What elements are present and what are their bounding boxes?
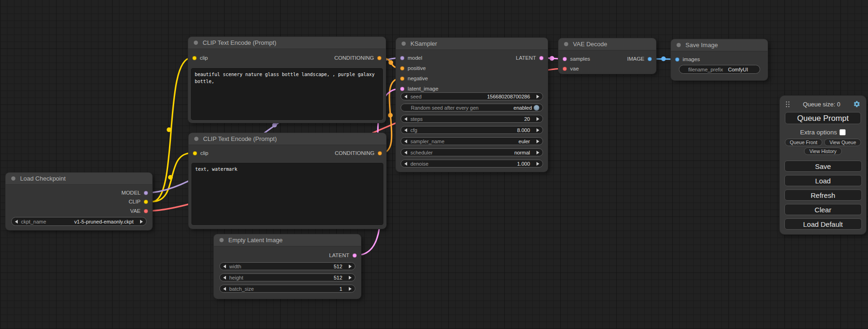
node-title-bar[interactable]: Empty Latent Image	[214, 234, 361, 246]
decrement-arrow-icon[interactable]	[223, 276, 226, 280]
wire-midpoint-dot[interactable]	[272, 123, 277, 127]
node-title-bar[interactable]: Save Image	[671, 39, 768, 51]
model-output-dot[interactable]	[144, 191, 148, 195]
model-input-dot[interactable]	[400, 56, 404, 60]
increment-arrow-icon[interactable]	[536, 151, 539, 154]
load-default-button[interactable]: Load Default	[784, 218, 862, 230]
queue-front-button[interactable]: Queue Front	[785, 139, 823, 146]
positive-prompt-textarea[interactable]: beautiful scenery nature glass bottle la…	[191, 68, 383, 120]
node-title: CLIP Text Encode (Prompt)	[203, 39, 276, 46]
image-output-dot[interactable]	[648, 57, 652, 61]
clip-input-dot[interactable]	[192, 56, 197, 60]
collapse-dot-icon[interactable]	[677, 43, 681, 47]
node-title-bar[interactable]: Load Checkpoint	[6, 173, 152, 185]
save-button[interactable]: Save	[784, 161, 862, 172]
increment-arrow-icon[interactable]	[536, 128, 539, 132]
decrement-arrow-icon[interactable]	[404, 117, 407, 121]
node-clip-text-encode-positive[interactable]: CLIP Text Encode (Prompt) clip CONDITION…	[188, 37, 386, 123]
latent-output-dot[interactable]	[539, 56, 543, 60]
samples-input-dot[interactable]	[563, 57, 567, 61]
refresh-button[interactable]: Refresh	[784, 189, 862, 201]
node-title-bar[interactable]: KSampler	[396, 38, 548, 50]
decrement-arrow-icon[interactable]	[404, 95, 407, 98]
toggle-icon[interactable]	[534, 105, 539, 111]
queue-panel: Queue size: 0 Queue Prompt Extra options…	[780, 96, 866, 234]
wire-midpoint-dot[interactable]	[168, 175, 173, 180]
node-title-bar[interactable]: CLIP Text Encode (Prompt)	[189, 133, 386, 145]
wire-midpoint-dot[interactable]	[388, 113, 393, 118]
collapse-dot-icon[interactable]	[194, 137, 198, 141]
increment-arrow-icon[interactable]	[349, 287, 352, 291]
scheduler-widget[interactable]: scheduler normal	[401, 148, 543, 156]
increment-arrow-icon[interactable]	[140, 220, 143, 224]
decrement-arrow-icon[interactable]	[404, 162, 407, 166]
ckpt-name-widget[interactable]: ckpt_name v1-5-pruned-emaonly.ckpt	[11, 217, 147, 226]
clip-input-dot[interactable]	[193, 151, 197, 155]
height-widget[interactable]: height 512	[219, 273, 355, 281]
steps-widget[interactable]: steps 20	[401, 115, 543, 123]
view-history-button[interactable]: View History	[804, 147, 841, 155]
node-save-image[interactable]: Save Image images filename_prefix ComfyU…	[671, 39, 768, 80]
increment-arrow-icon[interactable]	[349, 265, 352, 268]
denoise-widget[interactable]: denoise 1.000	[401, 160, 543, 168]
increment-arrow-icon[interactable]	[349, 276, 352, 280]
decrement-arrow-icon[interactable]	[15, 220, 18, 224]
node-vae-decode[interactable]: VAE Decode samples vae IMAGE	[558, 38, 656, 74]
input-label-clip: clip	[200, 55, 208, 61]
images-input-dot[interactable]	[675, 57, 679, 62]
vae-output-dot[interactable]	[144, 209, 148, 213]
queue-prompt-button[interactable]: Queue Prompt	[785, 112, 861, 124]
collapse-dot-icon[interactable]	[564, 42, 568, 46]
filename-prefix-widget[interactable]: filename_prefix ComfyUI	[679, 65, 760, 74]
wire-midpoint-dot[interactable]	[388, 60, 393, 65]
decrement-arrow-icon[interactable]	[404, 140, 407, 143]
collapse-dot-icon[interactable]	[219, 238, 224, 242]
view-queue-button[interactable]: View Queue	[824, 139, 861, 146]
graph-canvas[interactable]: Load Checkpoint MODEL CLIP VAE ckpt_name…	[0, 0, 868, 329]
increment-arrow-icon[interactable]	[536, 95, 539, 98]
wire-midpoint-dot[interactable]	[661, 56, 666, 61]
cfg-widget[interactable]: cfg 8.000	[401, 126, 543, 134]
conditioning-output-dot[interactable]	[377, 56, 381, 60]
wire-midpoint-dot[interactable]	[550, 56, 554, 61]
node-ksampler[interactable]: KSampler model positive negative latent_…	[396, 38, 548, 172]
input-label-images: images	[683, 56, 700, 62]
node-title-bar[interactable]: VAE Decode	[558, 38, 656, 50]
node-title: VAE Decode	[573, 41, 607, 48]
sampler-name-widget[interactable]: sampler_name euler	[401, 137, 543, 145]
conditioning-output-dot[interactable]	[378, 151, 382, 155]
node-load-checkpoint[interactable]: Load Checkpoint MODEL CLIP VAE ckpt_name…	[6, 173, 152, 230]
clip-output-dot[interactable]	[144, 200, 148, 204]
clear-button[interactable]: Clear	[784, 204, 862, 215]
decrement-arrow-icon[interactable]	[223, 265, 226, 268]
increment-arrow-icon[interactable]	[536, 117, 539, 121]
node-clip-text-encode-negative[interactable]: CLIP Text Encode (Prompt) clip CONDITION…	[189, 133, 386, 229]
drag-handle-icon[interactable]	[785, 101, 790, 108]
negative-input-dot[interactable]	[400, 77, 404, 81]
node-title-bar[interactable]: CLIP Text Encode (Prompt)	[188, 37, 386, 49]
decrement-arrow-icon[interactable]	[404, 151, 407, 154]
latent-output-dot[interactable]	[353, 253, 357, 258]
wire-midpoint-dot[interactable]	[167, 127, 171, 132]
collapse-dot-icon[interactable]	[194, 41, 198, 45]
seed-widget[interactable]: seed 156680208700286	[401, 92, 543, 100]
increment-arrow-icon[interactable]	[536, 140, 539, 143]
width-widget[interactable]: width 512	[219, 262, 355, 270]
vae-input-dot[interactable]	[563, 67, 567, 71]
positive-input-dot[interactable]	[400, 66, 404, 70]
latent-image-input-dot[interactable]	[400, 87, 404, 91]
node-empty-latent-image[interactable]: Empty Latent Image LATENT width 512 heig…	[214, 234, 361, 299]
decrement-arrow-icon[interactable]	[404, 128, 407, 132]
input-label-samples: samples	[570, 56, 590, 62]
collapse-dot-icon[interactable]	[402, 42, 406, 46]
input-label-vae: vae	[570, 66, 579, 71]
extra-options-checkbox[interactable]	[840, 129, 846, 135]
random-seed-toggle-widget[interactable]: Random seed after every gen enabled	[401, 104, 543, 112]
decrement-arrow-icon[interactable]	[223, 287, 226, 291]
settings-gear-icon[interactable]	[853, 100, 861, 108]
collapse-dot-icon[interactable]	[11, 176, 15, 181]
load-button[interactable]: Load	[784, 175, 862, 186]
increment-arrow-icon[interactable]	[536, 162, 539, 166]
batch-size-widget[interactable]: batch_size 1	[219, 285, 355, 293]
negative-prompt-textarea[interactable]: text, watermark	[191, 163, 383, 225]
